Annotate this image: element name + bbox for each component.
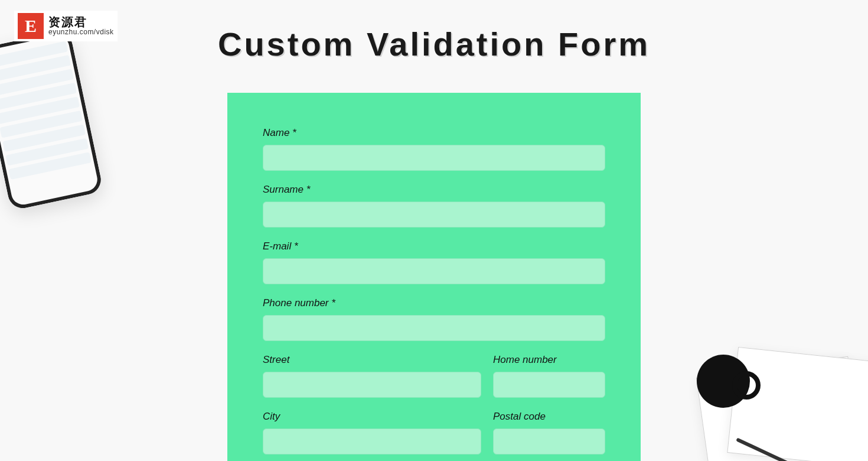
label-home-number-text: Home number	[493, 354, 557, 365]
required-marker: *	[294, 241, 298, 252]
city-input[interactable]	[263, 428, 481, 454]
postal-input[interactable]	[493, 428, 605, 454]
label-city: City	[263, 411, 481, 423]
watermark-logo: E	[18, 13, 44, 39]
surname-input[interactable]	[263, 202, 605, 228]
label-street: Street	[263, 354, 481, 366]
required-marker: *	[306, 184, 311, 195]
label-city-text: City	[263, 411, 280, 422]
label-street-text: Street	[263, 354, 289, 365]
label-name: Name *	[263, 127, 605, 139]
label-surname: Surname *	[263, 184, 605, 196]
field-phone: Phone number *	[263, 297, 605, 341]
watermark-cn: 资源君	[48, 15, 114, 28]
watermark-badge: E 资源君 eyunzhu.com/vdisk	[14, 11, 118, 41]
label-surname-text: Surname	[263, 184, 304, 195]
required-marker: *	[292, 127, 296, 138]
label-postal: Postal code	[493, 411, 605, 423]
name-input[interactable]	[263, 145, 605, 171]
label-email: E-mail *	[263, 241, 605, 252]
page-title: Custom Validation Form	[0, 0, 868, 63]
label-email-text: E-mail	[263, 241, 291, 252]
validation-form-card: Name * Surname * E-mail * Phone number *…	[227, 93, 641, 461]
label-name-text: Name	[263, 127, 289, 138]
field-home-number: Home number	[493, 354, 605, 398]
decorative-papers-illustration	[644, 331, 868, 461]
street-input[interactable]	[263, 372, 481, 398]
field-city: City	[263, 411, 481, 454]
field-email: E-mail *	[263, 241, 605, 284]
label-postal-text: Postal code	[493, 411, 546, 422]
field-surname: Surname *	[263, 184, 605, 228]
field-street: Street	[263, 354, 481, 398]
field-postal: Postal code	[493, 411, 605, 454]
label-home-number: Home number	[493, 354, 605, 366]
label-phone-text: Phone number	[263, 297, 329, 309]
required-marker: *	[331, 297, 335, 309]
home-number-input[interactable]	[493, 372, 605, 398]
phone-input[interactable]	[263, 315, 605, 341]
watermark-text: 资源君 eyunzhu.com/vdisk	[48, 15, 114, 36]
mug-icon	[697, 355, 750, 408]
email-input[interactable]	[263, 258, 605, 284]
label-phone: Phone number *	[263, 297, 605, 309]
field-name: Name *	[263, 127, 605, 171]
watermark-url: eyunzhu.com/vdisk	[48, 28, 114, 36]
